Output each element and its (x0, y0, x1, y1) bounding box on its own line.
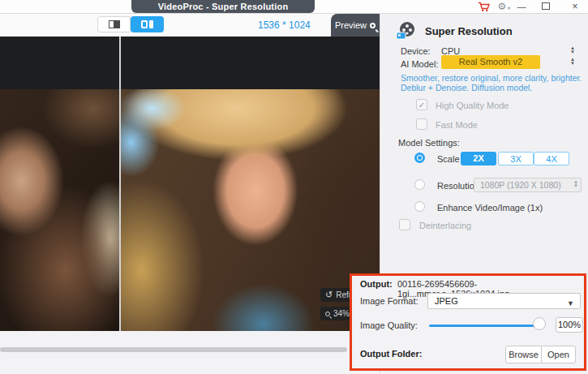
gear-icon[interactable]: ⚙ (496, 1, 509, 12)
browse-button[interactable]: Browse (505, 346, 542, 363)
refresh-icon: ↺ (325, 290, 333, 300)
resolution-radio[interactable] (414, 179, 425, 190)
fast-mode-label: Fast Mode (436, 120, 478, 130)
zoom-magnifier-icon (325, 312, 330, 316)
side-by-side-view-toggle[interactable] (131, 16, 164, 32)
image-quality-value: 100% (556, 317, 583, 333)
enhance-radio[interactable] (414, 201, 425, 212)
device-spinner-icon[interactable]: ▴▾ (569, 45, 577, 54)
scale-2x-button[interactable]: 2X (461, 152, 496, 166)
image-quality-slider-track[interactable] (429, 325, 541, 327)
output-folder-label: Output Folder: (360, 349, 422, 359)
view-mode-toggle-group (97, 16, 164, 32)
deinterlacing-label: Deinterlacing (419, 221, 471, 230)
side-by-side-icon (141, 20, 153, 28)
scale-3x-button[interactable]: 3X (498, 152, 534, 166)
before-image (0, 89, 119, 331)
film-reel-icon (396, 20, 417, 41)
titlebar: VideoProc - Super Resolution ⚙ ▾ — × (0, 0, 588, 14)
model-settings-label: Model Settings: (398, 138, 460, 148)
gear-caret-icon: ▾ (508, 5, 510, 11)
maximize-button[interactable] (542, 2, 550, 10)
deinterlacing-checkbox[interactable] (399, 219, 410, 230)
magnifier-icon (370, 23, 376, 28)
scale-radio[interactable] (414, 153, 425, 163)
scale-label: Scale (437, 154, 460, 164)
horizontal-scrollbar[interactable] (0, 347, 347, 352)
model-description: Smoother, restore original, more clarity… (401, 73, 582, 92)
image-quality-label: Image Quality: (360, 320, 418, 330)
split-view-icon (109, 20, 120, 28)
close-button[interactable]: × (569, 1, 581, 12)
fast-mode-checkbox[interactable] (416, 118, 427, 130)
scale-4x-button[interactable]: 4X (534, 152, 569, 166)
high-quality-mode-label: High Quality Mode (436, 101, 509, 110)
preview-toolbar: 1536 * 1024 Preview (0, 14, 380, 37)
ai-model-select[interactable]: Real Smooth v2 (441, 55, 540, 69)
image-format-label: Image Format: (360, 296, 418, 306)
image-quality-slider-handle[interactable] (533, 317, 546, 330)
panel-title: Super Resolution (425, 25, 513, 37)
preview-button-label: Preview (335, 20, 367, 30)
resolution-spinner-icon[interactable]: ▴▾ (572, 179, 580, 187)
image-format-select[interactable]: JPEG ▼ (427, 293, 581, 309)
minimize-button[interactable]: — (516, 1, 527, 12)
output-label: Output: (360, 279, 393, 289)
dropdown-caret-icon: ▼ (567, 296, 574, 311)
app-window: VideoProc - Super Resolution ⚙ ▾ — × 153… (0, 0, 588, 374)
preview-bottom-strip (0, 331, 380, 374)
ai-model-spinner-icon[interactable]: ▴▾ (569, 57, 577, 65)
split-view-toggle[interactable] (97, 16, 131, 32)
comparison-divider[interactable] (119, 37, 121, 331)
enhance-label: Enhance Video/Image (1x) (437, 203, 543, 213)
image-format-value: JPEG (435, 296, 458, 306)
high-quality-mode-checkbox[interactable]: ✓ (416, 99, 427, 110)
device-label: Device: (401, 46, 431, 56)
zoom-level-value: 34% (333, 309, 350, 318)
ai-model-label: AI Model: (401, 59, 438, 69)
preview-button[interactable]: Preview (331, 14, 380, 37)
resolution-select[interactable]: 1080P (1920 X 1080) (474, 178, 582, 192)
preview-canvas: ↺ Refresh 34% (0, 37, 380, 331)
output-section-highlight: Output: 00116-2695456609-1gi...mmer,s_15… (350, 273, 586, 371)
window-title: VideoProc - Super Resolution (131, 0, 315, 13)
cart-icon[interactable] (478, 2, 491, 12)
output-resolution-text: 1536 * 1024 (258, 19, 323, 31)
open-button[interactable]: Open (541, 346, 576, 363)
